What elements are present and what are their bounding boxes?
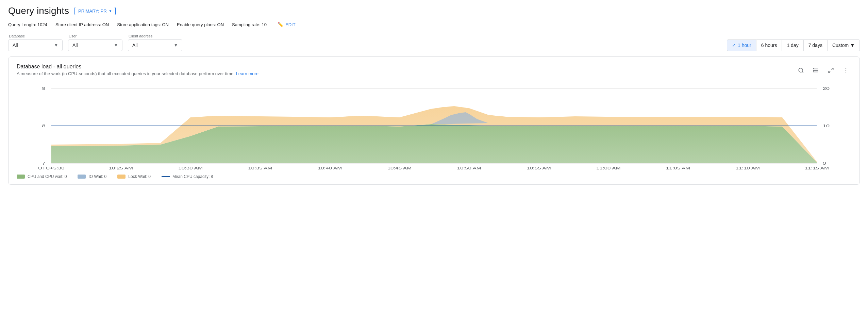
learn-more-link[interactable]: Learn more <box>236 71 258 76</box>
user-filter-label: User <box>68 34 122 38</box>
user-filter-group: User All ▼ <box>68 34 122 51</box>
legend-cpu-wait: CPU and CPU wait: 0 <box>17 174 67 179</box>
database-filter-group: Database All ▼ <box>8 34 63 51</box>
svg-point-12 <box>846 72 846 72</box>
svg-text:10:45 AM: 10:45 AM <box>387 166 412 170</box>
legend-lock-wait: Lock Wait: 0 <box>117 174 151 179</box>
sampling-label: Sampling rate: <box>232 22 261 27</box>
search-chart-button[interactable] <box>796 65 806 76</box>
time-range-1hour[interactable]: ✓ 1 hour <box>727 39 756 51</box>
svg-text:10:30 AM: 10:30 AM <box>178 166 202 170</box>
svg-point-0 <box>799 68 803 72</box>
time-range-custom-label: Custom <box>832 43 849 48</box>
sampling-value: 10 <box>262 22 267 27</box>
edit-label: EDIT <box>285 22 296 27</box>
svg-text:11:05 AM: 11:05 AM <box>666 166 690 170</box>
chart-subtitle-text: A measure of the work (in CPU-seconds) t… <box>17 71 235 76</box>
store-client-meta: Store client IP address: ON <box>55 22 109 27</box>
chevron-down-icon: ▼ <box>109 9 112 13</box>
legend-toggle-button[interactable] <box>811 65 821 76</box>
database-filter-select[interactable]: All ▼ <box>8 39 63 51</box>
svg-text:7: 7 <box>42 161 45 165</box>
store-tags-value: ON <box>162 22 169 27</box>
store-client-label: Store client IP address: <box>55 22 101 27</box>
svg-text:0: 0 <box>822 161 826 165</box>
time-range-1day-label: 1 day <box>787 43 798 48</box>
chart-section: Database load - all queries A measure of… <box>8 56 860 185</box>
time-range-7days-label: 7 days <box>808 43 822 48</box>
time-range-6hours[interactable]: 6 hours <box>756 39 782 51</box>
chevron-down-icon: ▼ <box>174 43 178 48</box>
chart-svg: 9 8 7 20 10 0 UTC+5:30 10:25 AM <box>17 82 851 170</box>
client-address-filter-label: Client address <box>128 34 182 38</box>
user-filter-select[interactable]: All ▼ <box>68 39 122 51</box>
client-address-filter-select[interactable]: All ▼ <box>128 39 182 51</box>
user-filter-value: All <box>72 43 78 48</box>
svg-text:11:15 AM: 11:15 AM <box>805 166 829 170</box>
time-range-1hour-label: 1 hour <box>738 43 751 48</box>
svg-text:10:35 AM: 10:35 AM <box>248 166 272 170</box>
chart-legend: CPU and CPU wait: 0 IO Wait: 0 Lock Wait… <box>17 170 851 179</box>
chart-container: Database load - all queries A measure of… <box>17 64 851 179</box>
svg-text:10:25 AM: 10:25 AM <box>109 166 133 170</box>
svg-text:9: 9 <box>42 86 45 90</box>
legend-cpu-label: CPU and CPU wait: 0 <box>28 174 67 179</box>
client-address-filter-value: All <box>132 43 138 48</box>
svg-text:11:00 AM: 11:00 AM <box>596 166 620 170</box>
svg-text:10:50 AM: 10:50 AM <box>457 166 481 170</box>
query-length-label: Query Length: <box>8 22 36 27</box>
time-range-selector: ✓ 1 hour 6 hours 1 day 7 days Custom ▼ <box>727 39 860 51</box>
legend-io-label: IO Wait: 0 <box>88 174 106 179</box>
legend-mean-line <box>162 176 170 177</box>
svg-line-9 <box>829 71 830 73</box>
chart-area: 9 8 7 20 10 0 UTC+5:30 10:25 AM <box>17 82 851 170</box>
edit-button[interactable]: ✏️ EDIT <box>278 22 296 27</box>
svg-text:11:10 AM: 11:10 AM <box>736 166 760 170</box>
svg-point-10 <box>846 68 846 69</box>
more-options-button[interactable] <box>840 65 851 76</box>
meta-bar: Query Length: 1024 Store client IP addre… <box>0 19 868 31</box>
legend-io-swatch <box>78 175 86 179</box>
query-length-value: 1024 <box>37 22 47 27</box>
time-range-1day[interactable]: 1 day <box>782 39 803 51</box>
store-tags-meta: Store application tags: ON <box>117 22 169 27</box>
time-range-custom[interactable]: Custom ▼ <box>828 39 860 51</box>
fullscreen-button[interactable] <box>825 65 836 76</box>
legend-io-wait: IO Wait: 0 <box>78 174 106 179</box>
chevron-down-icon: ▼ <box>850 43 855 48</box>
check-icon: ✓ <box>732 43 736 48</box>
pencil-icon: ✏️ <box>278 22 283 27</box>
svg-text:10: 10 <box>822 124 830 128</box>
svg-text:8: 8 <box>42 124 45 128</box>
primary-badge-button[interactable]: PRIMARY: PR ▼ <box>74 7 116 15</box>
svg-point-11 <box>846 70 846 71</box>
header: Query insights PRIMARY: PR ▼ <box>0 0 868 19</box>
filters-row: Database All ▼ User All ▼ Client address… <box>0 31 868 56</box>
page-title: Query insights <box>8 5 69 16</box>
svg-text:UTC+5:30: UTC+5:30 <box>38 166 65 170</box>
legend-mean-label: Mean CPU capacity: 8 <box>172 174 213 179</box>
chart-title: Database load - all queries <box>17 64 258 70</box>
svg-line-1 <box>802 71 803 72</box>
legend-lock-swatch <box>117 175 126 179</box>
store-tags-label: Store application tags: <box>117 22 161 27</box>
time-range-6hours-label: 6 hours <box>761 43 777 48</box>
svg-rect-6 <box>813 70 814 71</box>
cpu-wait-area <box>51 124 817 163</box>
database-filter-value: All <box>13 43 18 48</box>
chevron-down-icon: ▼ <box>114 43 118 48</box>
enable-plans-meta: Enable query plans: ON <box>177 22 224 27</box>
enable-plans-label: Enable query plans: <box>177 22 216 27</box>
svg-text:10:40 AM: 10:40 AM <box>318 166 342 170</box>
svg-text:10:55 AM: 10:55 AM <box>527 166 551 170</box>
legend-cpu-swatch <box>17 175 25 179</box>
enable-plans-value: ON <box>217 22 224 27</box>
time-range-7days[interactable]: 7 days <box>804 39 828 51</box>
svg-text:20: 20 <box>822 86 830 90</box>
client-address-filter-group: Client address All ▼ <box>128 34 182 51</box>
primary-badge-label: PRIMARY: PR <box>78 9 107 14</box>
svg-line-8 <box>832 68 833 70</box>
sampling-rate-meta: Sampling rate: 10 <box>232 22 267 27</box>
query-length-meta: Query Length: 1024 <box>8 22 47 27</box>
svg-rect-7 <box>813 71 814 72</box>
